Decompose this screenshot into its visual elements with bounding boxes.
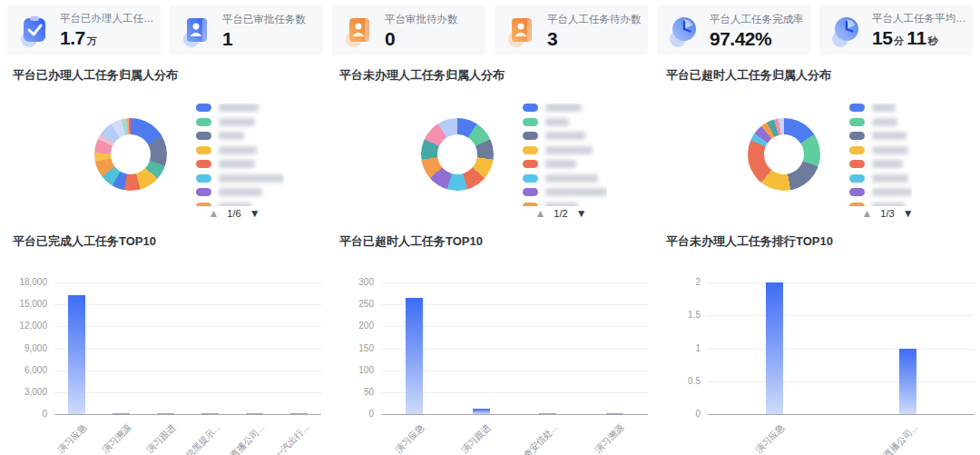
pager-down-icon[interactable]: ▼ <box>250 207 260 220</box>
kpi-label: 平台人工任务待办数 <box>547 13 642 26</box>
bar[interactable] <box>539 413 556 415</box>
bar[interactable] <box>246 413 263 415</box>
legend-item[interactable] <box>196 104 284 112</box>
legend-item[interactable] <box>196 132 284 140</box>
legend-item[interactable] <box>849 188 912 196</box>
legend-color-chip <box>849 118 865 126</box>
donut-chart[interactable] <box>94 118 167 191</box>
y-axis-tick-label: 300 <box>327 278 374 287</box>
legend-color-chip <box>523 146 538 154</box>
gridline <box>708 381 975 382</box>
legend-color-chip <box>849 146 865 154</box>
kpi-text: 平台人工任务平均处理...15分11秒 <box>872 12 973 48</box>
pager-down-icon[interactable]: ▼ <box>903 207 914 220</box>
pager-up-icon[interactable]: ▲ <box>208 207 219 220</box>
bar[interactable] <box>68 295 85 414</box>
clipboard-check-icon <box>16 12 53 48</box>
kpi-value: 1.7万 <box>60 28 161 48</box>
distribution-panel: 平台已办理人工任务归属人分布▲1/6▼ <box>0 62 327 227</box>
bar-chart-panel: 平台未办理人工任务排行TOP1000.511.52演习应急直播公司... <box>653 232 980 455</box>
bar[interactable] <box>406 298 423 414</box>
bar[interactable] <box>766 282 783 414</box>
legend-item[interactable] <box>196 188 284 196</box>
x-axis-category-label: 演习应急 <box>10 421 90 455</box>
pager-down-icon[interactable]: ▼ <box>576 207 587 220</box>
legend-label-blurred <box>545 132 585 140</box>
legend-item[interactable] <box>523 174 607 183</box>
legend-item[interactable] <box>849 132 912 140</box>
bar[interactable] <box>473 409 490 414</box>
y-axis-tick-label: 200 <box>327 321 374 331</box>
kpi-card: 平台人工任务待办数3 <box>495 5 648 55</box>
pager-page-indicator: 1/6 <box>227 208 240 219</box>
legend-item[interactable] <box>849 160 912 168</box>
pager-up-icon[interactable]: ▲ <box>534 207 545 220</box>
legend-item[interactable] <box>523 104 607 112</box>
legend-item[interactable] <box>523 203 607 207</box>
legend-item[interactable] <box>849 104 912 112</box>
kpi-text: 平台审批待办数0 <box>385 13 458 48</box>
donut-chart[interactable] <box>421 118 494 191</box>
y-axis-tick-label: 3,000 <box>0 388 47 397</box>
kpi-value: 97.42% <box>710 29 804 48</box>
donut-legend <box>849 104 912 206</box>
legend-item[interactable] <box>523 118 607 126</box>
x-axis-category-label: 演习应急 <box>348 421 427 455</box>
x-axis-category-label: 演习溯源 <box>547 421 627 455</box>
legend-label-blurred <box>219 160 255 168</box>
bar-chart-plot: 03,0006,0009,00012,00015,00018,000演习应急演习… <box>0 282 327 455</box>
kpi-row: 平台已办理人工任务数1.7万 平台已审批任务数1 平台审批待办数0 平台人工任务… <box>7 5 973 55</box>
legend-pager: ▲1/3▼ <box>844 207 931 220</box>
bar-chart-title: 平台未办理人工任务排行TOP10 <box>666 233 833 250</box>
legend-item[interactable] <box>196 118 284 126</box>
legend-item[interactable] <box>523 146 607 154</box>
legend-label-blurred <box>545 104 582 112</box>
bar[interactable] <box>606 413 623 415</box>
legend-color-chip <box>523 132 538 140</box>
pager-up-icon[interactable]: ▲ <box>861 207 872 220</box>
legend-item[interactable] <box>196 174 284 183</box>
legend-item[interactable] <box>196 203 284 207</box>
legend-color-chip <box>523 104 538 112</box>
bar[interactable] <box>290 413 308 415</box>
gridline <box>54 371 321 371</box>
legend-label-blurred <box>872 188 912 196</box>
legend-item[interactable] <box>196 160 284 168</box>
legend-item[interactable] <box>849 146 912 154</box>
legend-item[interactable] <box>849 118 912 126</box>
kpi-label: 平台人工任务平均处理... <box>872 12 973 25</box>
bar[interactable] <box>157 413 174 415</box>
legend-label-blurred <box>872 203 905 207</box>
legend-label-blurred <box>872 118 897 126</box>
legend-label-blurred <box>545 160 576 168</box>
legend-label-blurred <box>872 160 903 168</box>
legend-label-blurred <box>545 174 598 183</box>
legend-label-blurred <box>545 203 578 207</box>
clock-icon <box>666 12 702 48</box>
kpi-label: 平台审批待办数 <box>385 13 458 26</box>
gridline <box>708 349 975 350</box>
legend-item[interactable] <box>523 188 607 196</box>
donut-chart[interactable] <box>748 118 820 191</box>
legend-color-chip <box>196 118 211 126</box>
donut-legend <box>523 104 607 206</box>
donut-hole <box>764 134 804 174</box>
legend-color-chip <box>523 118 538 126</box>
gridline <box>708 282 975 283</box>
kpi-value: 1 <box>222 29 306 48</box>
y-axis-tick-label: 9,000 <box>0 344 47 353</box>
legend-label-blurred <box>219 146 257 154</box>
legend-label-blurred <box>219 118 255 126</box>
bar[interactable] <box>113 413 130 415</box>
bar[interactable] <box>201 413 219 415</box>
legend-item[interactable] <box>523 132 607 140</box>
legend-item[interactable] <box>196 146 284 154</box>
kpi-text: 平台已办理人工任务数1.7万 <box>60 12 161 48</box>
legend-label-blurred <box>545 146 593 154</box>
legend-item[interactable] <box>849 203 912 207</box>
document-user-icon <box>341 12 377 48</box>
distribution-title: 平台已办理人工任务归属人分布 <box>13 67 178 84</box>
legend-item[interactable] <box>523 160 607 168</box>
bar[interactable] <box>899 349 916 415</box>
legend-item[interactable] <box>849 174 912 183</box>
